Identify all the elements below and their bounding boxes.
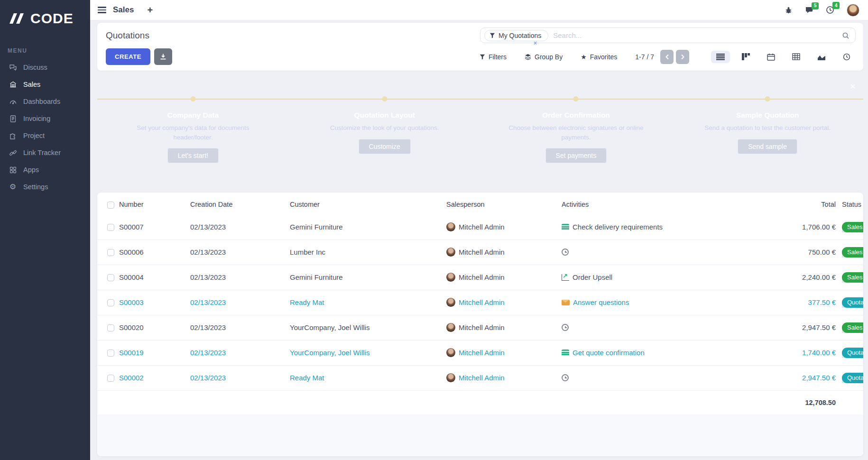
table-row[interactable]: S00002 02/13/2023 Ready Mat Mitchell Adm… bbox=[97, 365, 863, 390]
view-pivot-button[interactable] bbox=[787, 50, 805, 63]
pager-next-button[interactable] bbox=[676, 50, 689, 64]
row-checkbox[interactable] bbox=[107, 375, 114, 382]
cell-salesperson[interactable]: Mitchell Admin bbox=[459, 349, 505, 357]
cell-number[interactable]: S00004 bbox=[119, 265, 190, 290]
sidebar-item-discuss[interactable]: Discuss bbox=[0, 59, 90, 76]
user-avatar[interactable] bbox=[847, 4, 859, 17]
cell-salesperson[interactable]: Mitchell Admin bbox=[459, 374, 505, 382]
table-row[interactable]: S00007 02/13/2023 Gemini Furniture Mitch… bbox=[97, 215, 863, 240]
export-download-button[interactable] bbox=[154, 48, 172, 65]
banner-close-icon[interactable]: × bbox=[850, 81, 856, 92]
cell-total[interactable]: 2,240.00 € bbox=[742, 265, 836, 290]
sidebar-item-apps[interactable]: Apps bbox=[0, 161, 90, 178]
row-checkbox[interactable] bbox=[107, 249, 114, 256]
table-row[interactable]: S00004 02/13/2023 Gemini Furniture Mitch… bbox=[97, 265, 863, 290]
cell-total[interactable]: 1,706.00 € bbox=[742, 215, 836, 240]
cell-creation-date[interactable]: 02/13/2023 bbox=[190, 340, 290, 365]
cell-creation-date[interactable]: 02/13/2023 bbox=[190, 315, 290, 340]
cell-total[interactable]: 377.50 € bbox=[742, 290, 836, 315]
sidebar-item-sales[interactable]: Sales bbox=[0, 76, 90, 93]
view-kanban-button[interactable] bbox=[737, 50, 755, 63]
sidebar-item-link-tracker[interactable]: Link Tracker bbox=[0, 144, 90, 161]
debug-bug-icon[interactable] bbox=[785, 6, 793, 14]
customize-button[interactable]: Customize bbox=[359, 139, 411, 154]
app-logo[interactable]: CODE bbox=[0, 0, 90, 27]
cell-customer[interactable]: YourCompany, Joel Willis bbox=[290, 340, 446, 365]
select-all-checkbox[interactable] bbox=[107, 202, 114, 209]
column-header-activities[interactable]: Activities bbox=[562, 193, 742, 215]
activity-label[interactable]: Check delivery requirements bbox=[573, 223, 663, 231]
cell-number[interactable]: S00002 bbox=[119, 365, 190, 390]
view-list-button[interactable] bbox=[711, 51, 730, 63]
column-header-customer[interactable]: Customer bbox=[290, 193, 446, 215]
search-facet-my-quotations[interactable]: My Quotations bbox=[484, 30, 548, 41]
activity-label[interactable]: Order Upsell bbox=[573, 273, 612, 281]
sidebar-item-invoicing[interactable]: Invoicing bbox=[0, 110, 90, 127]
cell-salesperson[interactable]: Mitchell Admin bbox=[459, 248, 505, 256]
add-tab-button[interactable]: + bbox=[147, 5, 153, 15]
activity-label[interactable]: Answer questions bbox=[573, 298, 629, 306]
activity-clock-icon[interactable] bbox=[562, 324, 569, 331]
cell-creation-date[interactable]: 02/13/2023 bbox=[190, 365, 290, 390]
search-input[interactable] bbox=[553, 31, 842, 39]
sidebar-item-project[interactable]: Project bbox=[0, 127, 90, 144]
activity-list-icon[interactable] bbox=[562, 350, 569, 356]
table-row[interactable]: S00006 02/13/2023 Lumber Inc Mitchell Ad… bbox=[97, 239, 863, 265]
table-row[interactable]: S00003 02/13/2023 Ready Mat Mitchell Adm… bbox=[97, 290, 863, 315]
activity-clock-icon[interactable] bbox=[562, 248, 569, 256]
column-header-total[interactable]: Total bbox=[742, 193, 836, 215]
column-header-salesperson[interactable]: Salesperson bbox=[446, 193, 562, 215]
row-checkbox[interactable] bbox=[107, 224, 114, 231]
cell-customer[interactable]: Gemini Furniture bbox=[290, 265, 446, 290]
cell-number[interactable]: S00003 bbox=[119, 290, 190, 315]
view-calendar-button[interactable] bbox=[762, 50, 780, 64]
filters-button[interactable]: Filters bbox=[480, 53, 507, 61]
cell-customer[interactable]: YourCompany, Joel Willis bbox=[290, 315, 446, 340]
column-header-creation-date[interactable]: Creation Date bbox=[190, 193, 290, 215]
column-header-number[interactable]: Number bbox=[119, 193, 190, 215]
view-graph-button[interactable] bbox=[812, 51, 831, 63]
cell-salesperson[interactable]: Mitchell Admin bbox=[459, 298, 505, 306]
row-checkbox[interactable] bbox=[107, 324, 114, 331]
view-activity-button[interactable] bbox=[838, 50, 856, 64]
cell-salesperson[interactable]: Mitchell Admin bbox=[459, 323, 505, 331]
app-title[interactable]: Sales bbox=[113, 5, 134, 15]
row-checkbox[interactable] bbox=[107, 350, 114, 357]
row-checkbox[interactable] bbox=[107, 274, 114, 281]
search-icon[interactable] bbox=[842, 32, 850, 39]
cell-customer[interactable]: Ready Mat bbox=[290, 290, 446, 315]
cell-total[interactable]: 750.00 € bbox=[742, 239, 836, 265]
set-payments-button[interactable]: Set payments bbox=[545, 148, 607, 163]
cell-creation-date[interactable]: 02/13/2023 bbox=[190, 290, 290, 315]
cell-salesperson[interactable]: Mitchell Admin bbox=[459, 273, 505, 281]
row-checkbox[interactable] bbox=[107, 299, 114, 306]
pager-previous-button[interactable] bbox=[660, 50, 674, 64]
menu-hamburger-icon[interactable] bbox=[98, 7, 106, 13]
table-row[interactable]: S00019 02/13/2023 YourCompany, Joel Will… bbox=[97, 340, 863, 365]
sidebar-item-dashboards[interactable]: Dashboards bbox=[0, 93, 90, 110]
activity-clock-icon[interactable] bbox=[562, 374, 569, 381]
search-bar[interactable]: My Quotations × bbox=[480, 28, 856, 43]
cell-customer[interactable]: Gemini Furniture bbox=[290, 215, 446, 240]
cell-salesperson[interactable]: Mitchell Admin bbox=[459, 223, 505, 231]
messages-icon[interactable]: 5 bbox=[805, 6, 813, 14]
activity-envelope-icon[interactable] bbox=[562, 300, 570, 305]
column-header-status[interactable]: Status bbox=[836, 193, 863, 215]
activity-chart-icon[interactable] bbox=[562, 274, 569, 281]
activity-list-icon[interactable] bbox=[562, 224, 569, 230]
table-row[interactable]: S00020 02/13/2023 YourCompany, Joel Will… bbox=[97, 315, 863, 340]
cell-total[interactable]: 2,947.50 € bbox=[742, 365, 836, 390]
group-by-button[interactable]: Group By bbox=[525, 53, 563, 61]
activities-clock-icon[interactable]: 4 bbox=[826, 6, 834, 14]
activity-label[interactable]: Get quote confirmation bbox=[573, 349, 645, 357]
cell-number[interactable]: S00006 bbox=[119, 239, 190, 265]
cell-creation-date[interactable]: 02/13/2023 bbox=[190, 265, 290, 290]
cell-customer[interactable]: Ready Mat bbox=[290, 365, 446, 390]
cell-number[interactable]: S00019 bbox=[119, 340, 190, 365]
favorites-button[interactable]: ★ Favorites bbox=[581, 53, 617, 61]
cell-creation-date[interactable]: 02/13/2023 bbox=[190, 215, 290, 240]
create-button[interactable]: CREATE bbox=[106, 48, 150, 65]
cell-customer[interactable]: Lumber Inc bbox=[290, 239, 446, 265]
cell-creation-date[interactable]: 02/13/2023 bbox=[190, 239, 290, 265]
cell-number[interactable]: S00007 bbox=[119, 215, 190, 240]
